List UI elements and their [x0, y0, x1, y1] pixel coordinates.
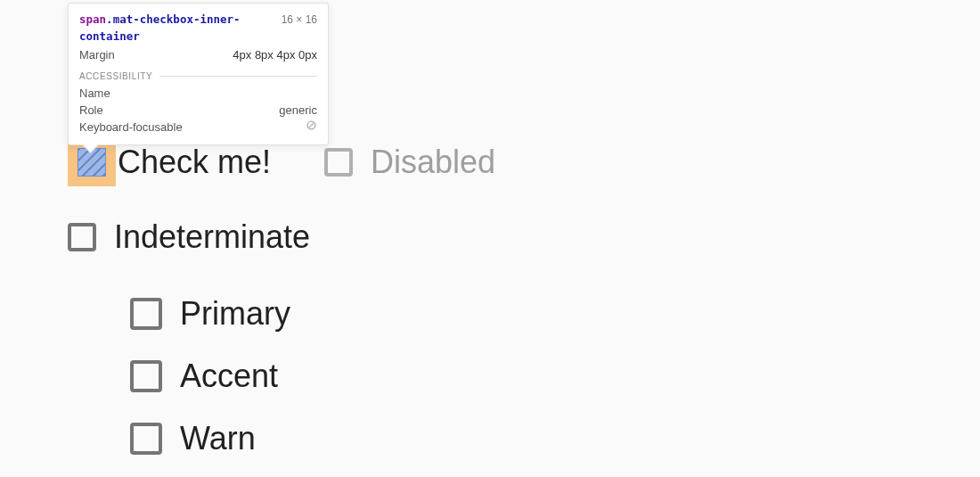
tooltip-divider	[159, 76, 317, 77]
tooltip-dimensions: 16 × 16	[282, 12, 317, 29]
tooltip-selector: span.mat-checkbox-inner-container	[79, 11, 282, 45]
label-indeterminate[interactable]: Indeterminate	[114, 218, 310, 256]
checkbox-accent[interactable]	[130, 360, 162, 392]
tooltip-a11y-focusable-label: Keyboard-focusable	[79, 119, 183, 136]
checkbox-disabled	[324, 148, 353, 177]
checkbox-demo-area: Check me! Disabled Indeterminate Primary…	[68, 138, 495, 477]
tooltip-margin-value: 4px 8px 4px 0px	[233, 46, 317, 63]
label-disabled: Disabled	[371, 144, 495, 181]
tooltip-a11y-role-label: Role	[79, 102, 103, 119]
checkbox-warn[interactable]	[130, 423, 162, 455]
prohibited-icon	[306, 119, 317, 131]
checkbox-primary[interactable]	[130, 298, 162, 330]
label-check-me[interactable]: Check me!	[118, 144, 271, 181]
label-warn[interactable]: Warn	[180, 420, 256, 457]
tooltip-a11y-role-value: generic	[279, 102, 317, 119]
tooltip-accessibility-heading: ACCESSIBILITY	[79, 71, 152, 81]
tooltip-a11y-name-label: Name	[79, 85, 110, 102]
tooltip-margin-label: Margin	[79, 46, 115, 63]
tooltip-selector-tag: span	[79, 12, 106, 26]
checkbox-check-me[interactable]	[78, 148, 106, 177]
checkbox-indeterminate[interactable]	[68, 223, 96, 251]
devtools-element-tooltip: span.mat-checkbox-inner-container 16 × 1…	[68, 3, 329, 145]
label-primary[interactable]: Primary	[180, 295, 290, 333]
svg-line-1	[308, 122, 314, 127]
label-accent[interactable]: Accent	[180, 358, 278, 395]
